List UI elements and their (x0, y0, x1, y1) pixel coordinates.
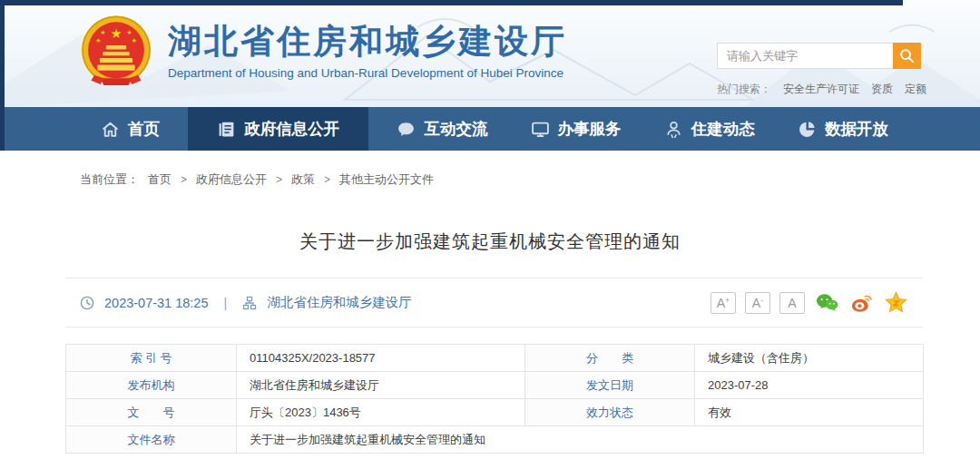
page: ★ ★ ★ ★ ★ 湖北省住房和城乡建设厅 Department of Hous… (0, 0, 980, 469)
nav-label: 数据开放 (825, 118, 888, 140)
breadcrumb-separator: > (276, 173, 282, 186)
field-value-category: 城乡建设（含住房） (695, 345, 924, 372)
field-label-issue-date: 发文日期 (525, 372, 695, 399)
window-edge-left (0, 0, 5, 151)
hot-search-link[interactable]: 安全生产许可证 (783, 82, 859, 97)
field-value-issue-date: 2023-07-28 (695, 372, 924, 399)
table-row: 发布机构 湖北省住房和城乡建设厅 发文日期 2023-07-28 (66, 372, 924, 399)
nav-item-open-data[interactable]: 数据开放 (783, 107, 903, 151)
nav-label: 首页 (128, 118, 160, 140)
field-label-issuing-agency: 发布机构 (66, 372, 237, 399)
nav-item-gov-info[interactable]: 政府信息公开 (188, 107, 368, 151)
search-input[interactable] (717, 43, 893, 69)
breadcrumb-link-gov-info[interactable]: 政府信息公开 (196, 171, 267, 188)
nav-item-news[interactable]: 住建动态 (650, 107, 769, 151)
search-icon (899, 48, 915, 64)
weibo-share-icon[interactable] (848, 290, 874, 316)
field-value-index-number: 01104325X/2023-18577 (237, 345, 525, 372)
site-header: ★ ★ ★ ★ ★ 湖北省住房和城乡建设厅 Department of Hous… (0, 0, 980, 107)
publish-time: 2023-07-31 18:25 (104, 296, 209, 310)
monitor-icon (531, 120, 550, 139)
meta-divider: | (219, 296, 233, 310)
field-value-document-number: 厅头〔2023〕1436号 (237, 399, 525, 426)
table-row: 索 引 号 01104325X/2023-18577 分 类 城乡建设（含住房） (66, 345, 924, 372)
window-edge-top (0, 0, 903, 5)
nav-label: 互动交流 (424, 118, 487, 140)
nav-label: 办事服务 (558, 118, 622, 140)
hot-search-link[interactable]: 定额 (905, 82, 926, 97)
chat-bubble-icon (397, 120, 416, 139)
hot-search-row: 热门搜索： 安全生产许可证 资质 定额 (717, 82, 926, 97)
wechat-share-icon[interactable] (814, 290, 839, 316)
search-button[interactable] (893, 43, 921, 69)
nav-item-home[interactable]: 首页 (86, 107, 174, 151)
nav-label: 住建动态 (691, 118, 755, 140)
font-size-reset-button[interactable]: A (779, 292, 805, 314)
svg-text:★: ★ (132, 37, 137, 44)
font-size-increase-button[interactable]: A+ (710, 292, 736, 314)
breadcrumb-separator: > (324, 173, 330, 186)
national-emblem-icon: ★ ★ ★ ★ ★ (77, 13, 155, 91)
breadcrumb-link-home[interactable]: 首页 (148, 171, 172, 188)
font-size-decrease-button[interactable]: A- (745, 292, 770, 314)
document-icon (217, 120, 236, 139)
article-source: 湖北省住房和城乡建设厅 (267, 294, 412, 311)
breadcrumb-link-policy[interactable]: 政策 (291, 171, 315, 188)
table-row: 文 号 厅头〔2023〕1436号 效力状态 有效 (66, 399, 924, 426)
nav-item-services[interactable]: 办事服务 (516, 107, 636, 151)
table-row: 文件名称 关于进一步加强建筑起重机械安全管理的通知 (66, 426, 924, 454)
hot-search-link[interactable]: 资质 (871, 82, 893, 97)
qzone-star-icon[interactable] (883, 290, 908, 316)
document-info-table: 索 引 号 01104325X/2023-18577 分 类 城乡建设（含住房）… (65, 344, 924, 454)
article-meta-left: 2023-07-31 18:25 | 湖北省住房和城乡建设厅 (80, 294, 412, 311)
article-title: 关于进一步加强建筑起重机械安全管理的通知 (0, 230, 980, 254)
site-logo-link[interactable]: ★ ★ ★ ★ ★ 湖北省住房和城乡建设厅 Department of Hous… (77, 13, 567, 91)
breadcrumb: 当前位置： 首页 > 政府信息公开 > 政策 > 其他主动公开文件 (80, 171, 980, 188)
main-nav: 首页 政府信息公开 互动交流 办事服务 (0, 107, 980, 151)
breadcrumb-label: 当前位置： (80, 171, 139, 188)
nav-item-interaction[interactable]: 互动交流 (382, 107, 502, 151)
field-label-category: 分 类 (525, 345, 695, 372)
field-value-issuing-agency: 湖北省住房和城乡建设厅 (237, 372, 525, 399)
site-subtitle: Department of Housing and Urban-Rural De… (168, 66, 567, 80)
clock-icon (80, 296, 94, 310)
field-value-document-name: 关于进一步加强建筑起重机械安全管理的通知 (237, 426, 924, 454)
site-title: 湖北省住房和城乡建设厅 (168, 24, 567, 61)
svg-text:★: ★ (127, 29, 132, 35)
svg-text:★: ★ (110, 26, 122, 41)
field-label-document-name: 文件名称 (66, 426, 237, 454)
nav-label: 政府信息公开 (244, 118, 339, 140)
field-label-index-number: 索 引 号 (66, 345, 237, 372)
field-label-document-number: 文 号 (66, 399, 237, 426)
article-toolbar: A+ A- A (710, 290, 908, 316)
svg-text:★: ★ (100, 29, 105, 35)
breadcrumb-separator: > (181, 173, 187, 186)
breadcrumb-link-other-docs[interactable]: 其他主动公开文件 (339, 171, 434, 188)
svg-text:★: ★ (95, 37, 101, 44)
organization-icon (242, 296, 257, 310)
hot-search-label: 热门搜索： (717, 82, 771, 97)
home-icon (101, 120, 120, 139)
site-title-block: 湖北省住房和城乡建设厅 Department of Housing and Ur… (168, 24, 567, 81)
field-value-validity-status: 有效 (695, 399, 924, 426)
search-bar (717, 43, 921, 69)
article-meta-bar: 2023-07-31 18:25 | 湖北省住房和城乡建设厅 A+ A- A (65, 278, 923, 327)
person-badge-icon (664, 120, 683, 139)
pie-chart-icon (798, 120, 817, 139)
field-label-validity-status: 效力状态 (525, 399, 695, 426)
